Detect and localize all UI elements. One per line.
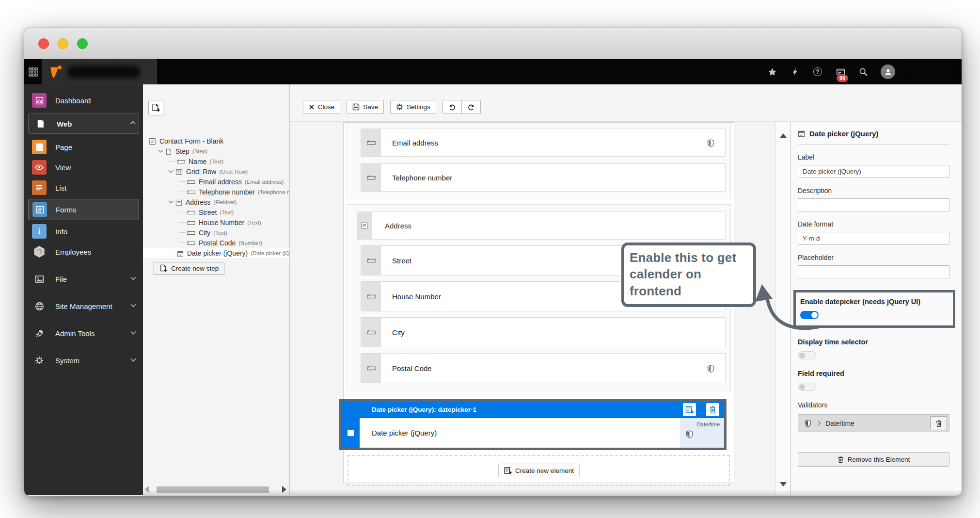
dashboard-icon: [32, 93, 47, 108]
sidebar-item-forms[interactable]: Forms: [29, 199, 139, 220]
form-element-postal-code[interactable]: Postal Code: [361, 353, 726, 383]
titlebar: [24, 28, 962, 59]
form-element-email[interactable]: Email address: [361, 129, 726, 157]
sidebar-item-web[interactable]: Web: [29, 114, 139, 133]
selected-element-header[interactable]: Date picker (jQuery): datepicker-1: [341, 402, 724, 418]
form-icon: [149, 137, 156, 145]
sidebar-item-list[interactable]: List: [24, 178, 143, 198]
sidebar-item-admin-tools[interactable]: Admin Tools: [24, 323, 143, 343]
validator-shield-icon: [805, 420, 811, 427]
grid-row-group[interactable]: Email address Telephone number: [347, 123, 731, 198]
tree-node-grid-row[interactable]: Grid: Row(Grid: Row): [143, 166, 289, 177]
new-element-after-button[interactable]: [683, 403, 696, 416]
field-icon: [367, 366, 376, 371]
tree-node-email[interactable]: Email address(Email address): [143, 177, 289, 187]
tree-node-house-number[interactable]: House Number(Text): [143, 217, 289, 227]
validator-row-datetime[interactable]: Date/time: [798, 414, 949, 432]
sidebar-item-file[interactable]: File: [24, 269, 143, 289]
window-zoom-button[interactable]: [77, 38, 88, 49]
module-menu-toggle-icon[interactable]: [24, 59, 42, 84]
fieldset-header-address[interactable]: Address: [357, 211, 726, 240]
create-new-step-button[interactable]: Create new step: [154, 262, 224, 275]
save-button[interactable]: Save: [347, 100, 384, 114]
sidebar-item-label: List: [55, 184, 66, 192]
tree-node-city[interactable]: City(Text): [143, 227, 289, 238]
drag-handle[interactable]: [361, 282, 381, 311]
expand-caret-icon[interactable]: [169, 199, 174, 204]
remove-validator-button[interactable]: [930, 416, 947, 430]
undo-button[interactable]: [443, 100, 462, 114]
sidebar-item-page[interactable]: Page: [24, 137, 143, 157]
tree-node-address[interactable]: Address(Fieldset): [143, 197, 289, 207]
tree-horizontal-scrollbar[interactable]: [144, 486, 286, 493]
drag-handle[interactable]: [361, 246, 381, 275]
scroll-down-arrow-icon[interactable]: [780, 482, 787, 486]
expand-caret-icon[interactable]: [158, 148, 163, 153]
window-close-button[interactable]: [38, 38, 49, 49]
display-time-selector-toggle[interactable]: [798, 351, 816, 359]
sidebar-item-employees[interactable]: Employees: [24, 242, 143, 262]
dateformat-field-input[interactable]: [798, 232, 949, 245]
drag-handle[interactable]: [341, 418, 360, 448]
element-drop-zone[interactable]: Create new element: [348, 455, 730, 486]
form-element-city[interactable]: City: [361, 317, 726, 347]
web-page-icon: [33, 116, 48, 131]
expand-caret-icon[interactable]: [169, 168, 174, 173]
scroll-right-arrow-icon[interactable]: [282, 486, 286, 493]
field-icon: [187, 188, 195, 196]
tree-node-telephone[interactable]: Telephone number(Telephone num: [143, 187, 289, 197]
annotation-line-1: Enable this to get: [630, 249, 750, 266]
delete-element-button[interactable]: [706, 403, 719, 416]
settings-button[interactable]: Settings: [390, 100, 436, 114]
label-field-input[interactable]: [798, 165, 949, 178]
typo3-logo-icon: [49, 65, 62, 79]
clear-cache-bolt-icon[interactable]: [790, 66, 800, 77]
validator-chip[interactable]: Date/time: [680, 418, 724, 448]
bookmark-star-icon[interactable]: [767, 66, 777, 77]
field-icon: [187, 178, 195, 186]
app-window: ? 99 Dashboard Web: [24, 28, 962, 496]
sidebar-item-info[interactable]: i Info: [24, 221, 143, 242]
tree-node-name[interactable]: Name(Text): [143, 156, 289, 166]
tree-node-step[interactable]: Step(Step): [143, 146, 289, 156]
typo3-logo-block[interactable]: [42, 59, 157, 84]
sidebar-item-label: Employees: [55, 248, 91, 256]
sidebar-item-label: Page: [55, 143, 72, 151]
user-avatar[interactable]: [881, 65, 895, 79]
tree-node-datepicker-selected[interactable]: Date picker (jQuery)(Date picker (jQu: [143, 248, 289, 258]
sidebar-item-view[interactable]: View: [24, 157, 143, 178]
placeholder-field-input[interactable]: [798, 265, 949, 278]
tree-node-postal-code[interactable]: Postal Code(Number): [143, 238, 289, 248]
drag-handle[interactable]: [361, 129, 381, 156]
drag-handle[interactable]: [361, 354, 381, 383]
description-field-input[interactable]: [798, 198, 949, 211]
scroll-left-arrow-icon[interactable]: [144, 486, 149, 493]
tree-node-root[interactable]: Contact Form - Blank: [143, 136, 289, 146]
search-icon[interactable]: [858, 66, 869, 77]
sidebar-item-site-management[interactable]: Site Management: [24, 296, 143, 316]
sidebar-item-dashboard[interactable]: Dashboard: [24, 90, 143, 111]
sidebar-item-label: View: [55, 163, 71, 172]
system-information-icon[interactable]: 99: [835, 66, 846, 77]
redo-button[interactable]: [462, 100, 481, 114]
field-icon: [187, 219, 195, 227]
create-new-element-button[interactable]: Create new element: [498, 464, 580, 477]
create-new-form-button[interactable]: [148, 100, 163, 115]
page-icon: [32, 140, 47, 154]
form-editor-toolbar: ✕ Close Save Settings: [303, 100, 481, 114]
floppy-icon: [352, 103, 360, 111]
form-element-telephone[interactable]: Telephone number: [361, 163, 726, 192]
selected-element-datepicker[interactable]: Date picker (jQuery): datepicker-1 Date …: [339, 399, 727, 450]
remove-element-button[interactable]: Remove this Element: [798, 452, 949, 467]
sidebar-item-system[interactable]: System: [24, 350, 143, 371]
drag-handle[interactable]: [361, 164, 381, 191]
help-icon[interactable]: ?: [812, 66, 823, 77]
scrollbar-thumb[interactable]: [157, 486, 269, 493]
window-minimize-button[interactable]: [58, 38, 68, 49]
tree-node-street[interactable]: Street(Text): [143, 207, 289, 217]
field-required-toggle[interactable]: [798, 383, 816, 391]
scroll-up-arrow-icon[interactable]: [780, 133, 787, 138]
field-icon: [187, 239, 195, 247]
close-button[interactable]: ✕ Close: [303, 100, 340, 114]
drag-handle[interactable]: [361, 318, 381, 347]
